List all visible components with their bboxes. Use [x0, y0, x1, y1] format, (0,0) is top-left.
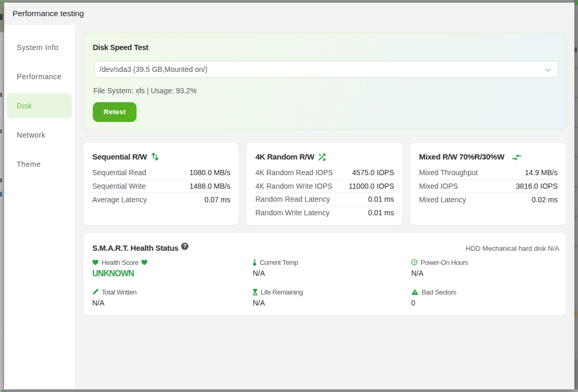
svg-text:?: ? — [183, 243, 186, 249]
